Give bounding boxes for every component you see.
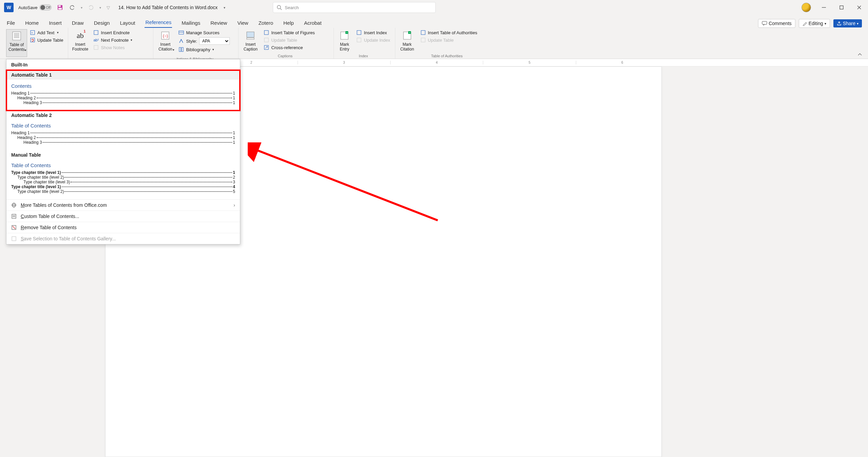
group-label-captions: Captions	[240, 54, 330, 58]
manage-sources-button[interactable]: Manage Sources	[177, 29, 235, 36]
insert-endnote-button[interactable]: Insert Endnote	[92, 29, 150, 36]
svg-rect-10	[13, 32, 21, 40]
collapse-ribbon-button[interactable]	[857, 52, 863, 57]
editing-mode-button[interactable]: Editing ▾	[799, 19, 830, 28]
show-notes-icon	[93, 45, 99, 50]
autosave-toggle[interactable]: AutoSave Off	[18, 4, 52, 11]
comment-icon	[762, 21, 767, 26]
tab-view[interactable]: View	[237, 18, 249, 28]
save-icon[interactable]	[56, 4, 64, 11]
tab-file[interactable]: File	[6, 18, 16, 28]
chevron-down-icon: ▾	[173, 48, 174, 52]
insert-table-of-figures-button[interactable]: Insert Table of Figures	[262, 29, 330, 36]
ruler-tick: 6	[576, 61, 668, 64]
mark-citation-button[interactable]: + Mark Citation	[397, 29, 418, 52]
svg-rect-29	[264, 38, 268, 42]
tab-draw[interactable]: Draw	[71, 18, 84, 28]
minimize-button[interactable]	[819, 3, 829, 12]
toc-option-manual-table[interactable]: Manual Table Table of Contents Type chap…	[6, 150, 240, 199]
search-input[interactable]: Search	[273, 2, 436, 13]
document-title[interactable]: 14. How to Add Table of Contents in Word…	[118, 5, 218, 10]
close-button[interactable]	[854, 3, 864, 12]
share-icon	[837, 21, 842, 26]
custom-toc-icon	[11, 214, 17, 219]
autosave-switch[interactable]: Off	[39, 4, 52, 11]
group-label-index: Index	[335, 54, 391, 58]
insert-index-icon	[356, 30, 362, 35]
svg-rect-27	[247, 38, 254, 39]
tab-design[interactable]: Design	[93, 18, 111, 28]
mark-entry-button[interactable]: + Mark Entry	[335, 29, 354, 52]
chevron-down-icon: ▾	[131, 38, 132, 42]
tab-insert[interactable]: Insert	[48, 18, 62, 28]
toc-option-automatic-table-1[interactable]: Automatic Table 1 Contents Heading 11Hea…	[6, 70, 240, 111]
svg-rect-22	[179, 31, 184, 34]
citation-style-select[interactable]: Style: APA	[177, 37, 235, 45]
update-table-button[interactable]: Update Table	[29, 37, 64, 43]
undo-button[interactable]	[69, 4, 76, 11]
mark-entry-icon: +	[338, 30, 351, 41]
tab-references[interactable]: References	[145, 17, 172, 28]
tof-icon	[264, 30, 269, 35]
chevron-down-icon: ▾	[825, 22, 826, 25]
toc-more-from-office-button[interactable]: More Tables of Contents from Office.com …	[6, 199, 240, 211]
svg-rect-28	[264, 31, 268, 35]
doc-title-dropdown-icon[interactable]: ▾	[224, 6, 225, 9]
update-icon	[420, 37, 426, 43]
insert-caption-button[interactable]: Insert Caption	[240, 29, 261, 52]
word-app-icon: W	[4, 3, 14, 12]
style-icon	[178, 38, 184, 44]
maximize-button[interactable]	[837, 3, 846, 12]
toc-remove-button[interactable]: Remove Table of Contents	[6, 222, 240, 233]
chevron-down-icon: ▾	[25, 48, 26, 52]
tab-layout[interactable]: Layout	[119, 18, 136, 28]
chevron-down-icon: ▾	[857, 22, 858, 25]
save-gallery-icon	[11, 236, 17, 241]
svg-rect-44	[12, 214, 16, 218]
remove-toc-icon	[11, 225, 17, 230]
globe-icon	[11, 202, 17, 208]
toc-custom-button[interactable]: Custom Table of Contents...	[6, 211, 240, 222]
svg-text:+: +	[409, 31, 411, 34]
next-footnote-button[interactable]: ab¹ Next Footnote ▾	[92, 37, 150, 43]
tab-zotero[interactable]: Zotero	[258, 18, 274, 28]
tab-acrobat[interactable]: Acrobat	[303, 18, 322, 28]
svg-rect-6	[840, 6, 843, 9]
toc-preview-line: Heading 31	[11, 140, 235, 145]
svg-rect-25	[182, 47, 183, 52]
insert-index-button[interactable]: Insert Index	[355, 29, 391, 36]
pencil-icon	[803, 21, 807, 26]
redo-button[interactable]	[87, 4, 95, 11]
toc-preview-line: Heading 11	[11, 131, 235, 135]
cross-reference-button[interactable]: Cross-reference	[262, 44, 330, 51]
svg-text:+: +	[31, 31, 33, 35]
update-index-icon	[356, 37, 362, 43]
bibliography-button[interactable]: Bibliography ▾	[177, 46, 235, 53]
tab-review[interactable]: Review	[210, 18, 228, 28]
svg-rect-34	[357, 31, 361, 35]
toc-option-automatic-table-2[interactable]: Automatic Table 2 Table of Contents Head…	[6, 111, 240, 150]
comments-button[interactable]: Comments	[758, 19, 795, 28]
insert-toa-button[interactable]: Insert Table of Authorities	[419, 29, 497, 36]
insert-footnote-button[interactable]: ab 1 Insert Footnote	[70, 29, 91, 52]
tab-mailings[interactable]: Mailings	[181, 18, 201, 28]
endnote-icon	[93, 30, 99, 35]
footnote-icon: ab 1	[74, 30, 86, 41]
insert-citation-button[interactable]: (−) Insert Citation ▾	[155, 29, 176, 56]
ruler-tick: 3	[298, 61, 390, 64]
update-index-button: Update Index	[355, 37, 391, 43]
svg-rect-49	[12, 237, 16, 241]
user-avatar[interactable]	[801, 3, 811, 12]
add-text-button[interactable]: + Add Text ▾	[29, 29, 64, 36]
svg-rect-18	[94, 31, 98, 35]
next-footnote-icon: ab¹	[93, 37, 99, 43]
chevron-down-icon: ▾	[212, 48, 214, 51]
tab-home[interactable]: Home	[24, 18, 39, 28]
style-dropdown[interactable]: APA	[199, 37, 230, 45]
tab-help[interactable]: Help	[283, 18, 295, 28]
share-button[interactable]: Share ▾	[833, 19, 862, 27]
table-of-contents-button[interactable]: Table of Contents ▾	[6, 29, 27, 57]
svg-rect-39	[421, 31, 425, 35]
mark-citation-icon: +	[401, 30, 413, 41]
caption-icon	[244, 30, 257, 41]
